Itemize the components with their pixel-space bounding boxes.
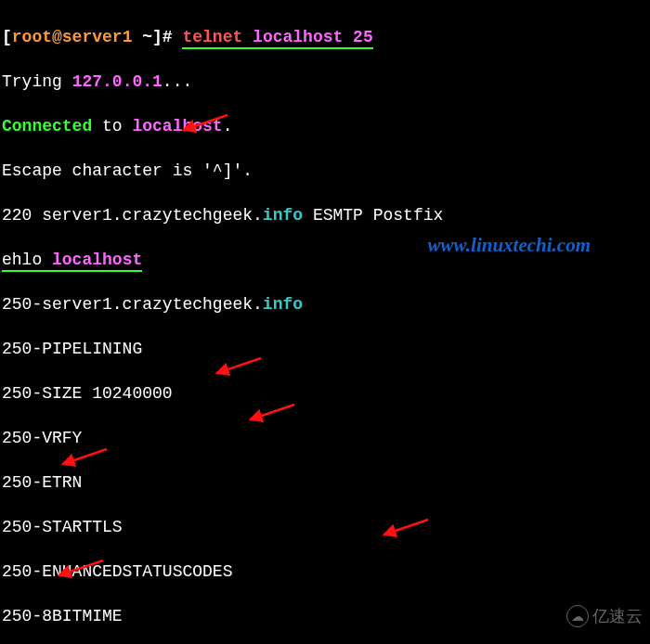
connected-line: Connected to localhost.	[2, 115, 648, 137]
tld: info	[263, 206, 303, 225]
text: ESMTP Postfix	[303, 206, 443, 225]
prompt-line-1[interactable]: [root@server1 ~]# telnet localhost 25	[2, 26, 648, 48]
text: 250-server1.crazytechgeek.	[2, 295, 263, 314]
text: .	[223, 117, 233, 135]
response-line: 250-server1.crazytechgeek.info	[2, 293, 648, 316]
banner-line: 220 server1.crazytechgeek.info ESMTP Pos…	[2, 204, 648, 226]
space	[242, 28, 253, 46]
cloud-icon: ☁	[566, 605, 589, 627]
bracket-close: ]#	[152, 28, 182, 46]
response-line: 250-ENHANCEDSTATUSCODES	[2, 560, 648, 583]
response-line: 250-8BITMIME	[2, 605, 648, 627]
host-word: localhost	[132, 117, 222, 135]
response-line: 250-PIPELINING	[2, 338, 648, 360]
bracket-open: [	[2, 28, 12, 46]
host-word: localhost	[253, 28, 343, 46]
ip-address: 127.0.0.1	[72, 72, 162, 91]
user-host: root@server1	[12, 28, 133, 46]
pwd: ~	[132, 28, 152, 46]
ehlo-command: ehlo localhost	[2, 251, 142, 272]
host-word: localhost	[52, 251, 142, 269]
logo-text: 亿速云	[592, 605, 643, 627]
telnet-word: telnet	[182, 28, 242, 46]
ehlo-word: ehlo	[2, 251, 52, 269]
watermark-link: www.linuxtechi.com	[428, 234, 591, 256]
watermark-logo: ☁ 亿速云	[566, 605, 643, 627]
response-line: 250-VRFY	[2, 427, 648, 449]
escape-line: Escape character is '^]'.	[2, 160, 648, 182]
trying-line: Trying 127.0.0.1...	[2, 71, 648, 93]
space	[343, 28, 353, 46]
connected-word: Connected	[2, 117, 92, 135]
terminal-output: [root@server1 ~]# telnet localhost 25 Tr…	[0, 0, 650, 644]
response-line: 250-ETRN	[2, 471, 648, 494]
response-line: 250-SIZE 10240000	[2, 382, 648, 405]
text: 220 server1.crazytechgeek.	[2, 206, 263, 225]
response-line: 250-STARTTLS	[2, 516, 648, 538]
tld: info	[263, 295, 303, 314]
text: to	[92, 117, 132, 135]
text: Trying	[2, 72, 72, 91]
command-telnet: telnet localhost 25	[182, 28, 372, 49]
port-word: 25	[353, 28, 373, 46]
text: ...	[162, 72, 192, 91]
